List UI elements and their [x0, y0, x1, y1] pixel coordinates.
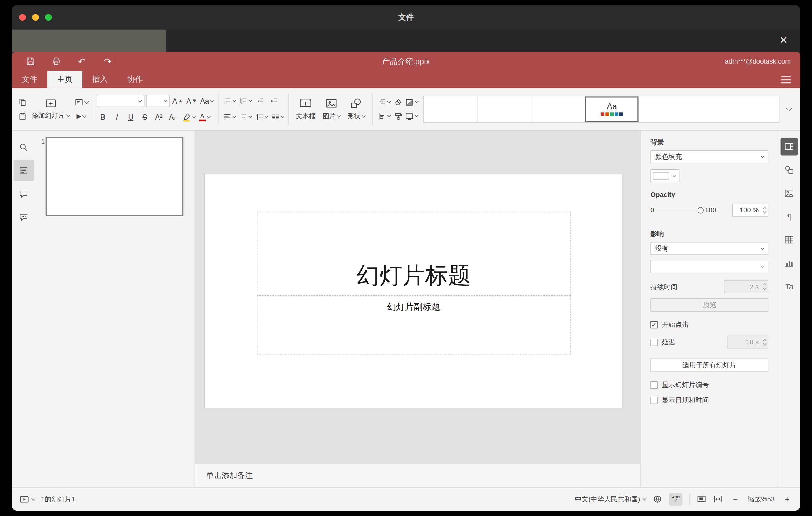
underline-icon[interactable]: U — [125, 111, 137, 123]
copy-icon[interactable] — [16, 96, 28, 108]
chevron-down-icon — [31, 496, 35, 500]
bold-icon[interactable]: B — [96, 111, 109, 123]
numbered-list-icon[interactable]: 123 — [238, 95, 253, 107]
slide-settings-icon[interactable] — [781, 138, 798, 155]
paste-icon[interactable] — [16, 110, 28, 122]
apply-to-all-slides-button[interactable]: 适用于所有幻灯片 — [650, 358, 768, 372]
color-scheme-icon[interactable] — [404, 96, 419, 108]
slide-thumbnail[interactable] — [46, 137, 183, 216]
zoom-out-icon[interactable]: − — [730, 493, 741, 505]
transition-variant-select[interactable] — [650, 260, 768, 273]
redo-icon[interactable]: ↷ — [102, 56, 114, 67]
columns-icon[interactable] — [270, 111, 285, 123]
theme-option-3[interactable] — [531, 96, 585, 122]
opacity-slider[interactable] — [657, 206, 702, 214]
fit-to-slide-icon[interactable] — [697, 494, 706, 504]
spell-check-icon[interactable]: ABC ✓ — [669, 493, 683, 505]
opacity-input[interactable]: 100 % — [732, 204, 768, 217]
increase-font-icon[interactable]: A — [171, 95, 183, 107]
spinner-arrows-icon[interactable] — [761, 281, 768, 293]
change-layout-icon[interactable] — [74, 96, 89, 108]
theme-option-5[interactable] — [639, 96, 779, 122]
title-placeholder[interactable]: 幻灯片标题 — [257, 212, 571, 296]
search-icon[interactable] — [13, 137, 34, 157]
start-on-click-checkbox[interactable]: ✓ — [650, 321, 658, 329]
shape-button[interactable]: 形状 — [344, 93, 369, 125]
bullet-list-icon[interactable] — [222, 95, 236, 107]
font-name-select[interactable] — [96, 95, 144, 107]
chat-icon[interactable] — [13, 207, 34, 227]
table-settings-icon[interactable] — [781, 231, 798, 249]
image-settings-icon[interactable] — [781, 184, 798, 202]
clear-style-icon[interactable] — [392, 96, 404, 108]
chevron-down-icon — [84, 99, 88, 104]
theme-option-selected[interactable]: Aa — [585, 96, 639, 122]
paragraph-settings-icon[interactable]: ¶ — [781, 208, 798, 225]
duration-input[interactable]: 2 s — [724, 280, 768, 293]
text-box-button[interactable]: 文本框 — [292, 93, 319, 125]
start-slideshow-status-icon[interactable] — [19, 494, 34, 505]
arrange-shapes-icon[interactable] — [377, 96, 392, 108]
zoom-in-icon[interactable]: + — [781, 493, 793, 505]
close-icon[interactable]: × — [774, 31, 792, 49]
delay-input[interactable]: 10 s — [727, 336, 768, 349]
zoom-level-label: 缩放%53 — [748, 494, 775, 504]
toolbar-divider — [288, 93, 289, 125]
language-select[interactable]: 中文(中华人民共和国) — [575, 494, 646, 504]
transition-effect-select[interactable]: 没有 — [650, 242, 768, 255]
image-button[interactable]: 图片 — [319, 93, 344, 125]
tab-home[interactable]: 主页 — [47, 71, 82, 88]
font-color-icon[interactable]: A — [198, 111, 211, 123]
italic-icon[interactable]: I — [111, 111, 123, 123]
theme-gallery-more-icon[interactable] — [782, 96, 796, 122]
preview-button[interactable]: 预览 — [650, 298, 768, 312]
fill-type-select[interactable]: 颜色填充 — [650, 150, 768, 163]
spinner-arrows-icon[interactable] — [761, 204, 768, 216]
increase-indent-icon[interactable] — [268, 95, 281, 107]
comments-icon[interactable] — [13, 183, 34, 204]
decrease-font-icon[interactable]: A — [185, 95, 198, 107]
change-case-icon[interactable]: Aa — [199, 95, 214, 107]
align-shapes-icon[interactable] — [377, 110, 392, 122]
tab-collaboration[interactable]: 协作 — [118, 71, 153, 88]
menu-icon[interactable] — [779, 74, 793, 85]
show-slide-number-checkbox[interactable] — [650, 381, 658, 389]
close-traffic-light[interactable] — [19, 14, 26, 21]
copy-style-icon[interactable] — [392, 110, 404, 122]
tab-file[interactable]: 文件 — [12, 71, 47, 88]
theme-option-2[interactable] — [477, 96, 531, 122]
fill-color-picker[interactable] — [650, 169, 679, 182]
font-size-select[interactable] — [146, 95, 170, 107]
horizontal-align-icon[interactable] — [222, 111, 236, 123]
subscript-icon[interactable]: A₂ — [167, 111, 179, 123]
show-date-time-checkbox[interactable] — [650, 397, 658, 404]
delay-checkbox[interactable] — [650, 339, 658, 346]
text-art-settings-icon[interactable]: Ta — [781, 278, 798, 295]
tab-insert[interactable]: 插入 — [82, 71, 118, 88]
vertical-align-icon[interactable] — [238, 111, 253, 123]
notes-area[interactable]: 单击添加备注 — [195, 463, 641, 487]
document-language-icon[interactable] — [652, 494, 662, 504]
print-icon[interactable] — [50, 56, 62, 67]
slides-panel-icon[interactable] — [13, 160, 34, 181]
opacity-slider-knob[interactable] — [698, 207, 704, 213]
slide[interactable]: 幻灯片标题 幻灯片副标题 — [204, 173, 622, 408]
zoom-traffic-light[interactable] — [45, 14, 52, 21]
chart-settings-icon[interactable] — [781, 254, 798, 272]
start-slideshow-icon[interactable]: ▶ — [74, 110, 89, 122]
decrease-indent-icon[interactable] — [254, 95, 266, 107]
save-icon[interactable] — [24, 56, 36, 67]
add-slide-button[interactable]: 添加幻灯片 — [28, 93, 73, 125]
shape-settings-icon[interactable] — [781, 161, 798, 179]
strikethrough-icon[interactable]: S — [139, 111, 151, 123]
fit-to-width-icon[interactable] — [713, 494, 723, 504]
undo-icon[interactable]: ↶ — [76, 56, 88, 67]
superscript-icon[interactable]: A² — [152, 111, 165, 123]
highlight-color-icon[interactable] — [180, 111, 196, 123]
minimize-traffic-light[interactable] — [32, 14, 39, 21]
slide-size-icon[interactable] — [404, 110, 419, 122]
spinner-arrows-icon[interactable] — [761, 336, 768, 348]
subtitle-placeholder[interactable]: 幻灯片副标题 — [257, 296, 571, 354]
theme-option-1[interactable] — [424, 96, 477, 122]
line-spacing-icon[interactable] — [254, 111, 269, 123]
